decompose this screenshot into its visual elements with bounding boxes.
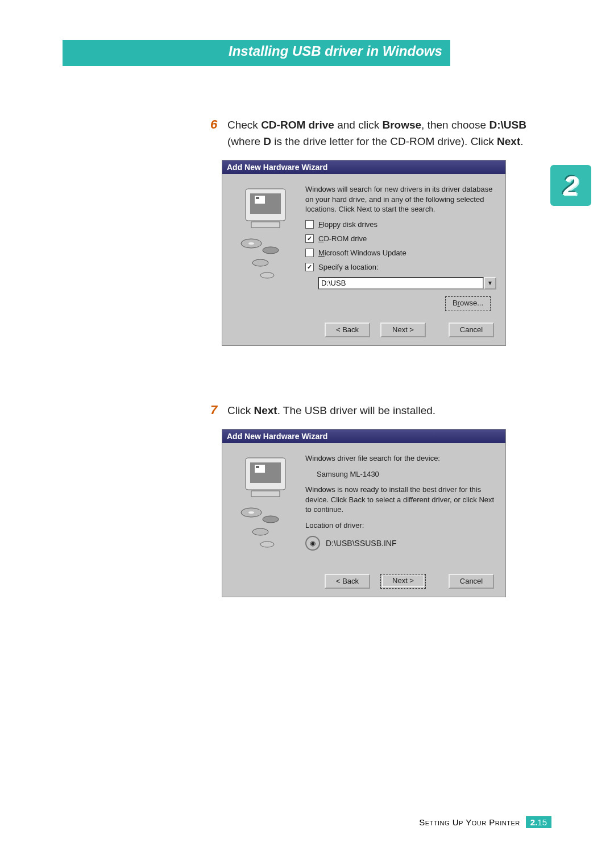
- next-button[interactable]: Next >: [380, 574, 426, 589]
- footer-page-number: 2.15: [526, 816, 551, 828]
- chapter-tab-number: 2: [563, 170, 579, 201]
- back-button[interactable]: < Back: [325, 323, 370, 337]
- cd-icon: ◉: [305, 536, 320, 551]
- checkbox-icon[interactable]: ✓: [305, 263, 314, 271]
- svg-point-18: [252, 528, 268, 535]
- wizard-art-icon: [231, 184, 305, 311]
- header-accent: [63, 40, 81, 66]
- svg-point-8: [252, 259, 268, 266]
- dialog-body: Windows will search for new drivers in i…: [222, 174, 505, 317]
- step-text: Check CD-ROM drive and click Browse, the…: [227, 117, 526, 150]
- browse-row: Browse...: [305, 296, 496, 311]
- step-6: 6 Check CD-ROM drive and click Browse, t…: [210, 117, 534, 150]
- floppy-checkbox-row[interactable]: Floppy disk drives: [305, 220, 496, 229]
- driver-location-row: ◉ D:\USB\SSUSB.INF: [305, 536, 496, 551]
- checkbox-label: Specify a location:: [318, 263, 379, 271]
- next-button[interactable]: Next >: [380, 323, 426, 337]
- location-label: Location of driver:: [305, 520, 496, 531]
- svg-point-16: [248, 511, 254, 514]
- add-hardware-wizard-dialog-1: Add New Hardware Wizard: [222, 160, 506, 346]
- svg-point-7: [263, 247, 279, 254]
- cancel-button[interactable]: Cancel: [449, 323, 494, 337]
- step-number: 6: [210, 117, 227, 150]
- computer-hardware-icon: [234, 453, 302, 550]
- svg-point-17: [263, 516, 279, 523]
- dialog-intro: Windows will search for new drivers in i…: [305, 184, 496, 214]
- dialog-content: Windows driver file search for the devic…: [305, 453, 496, 563]
- windows-update-checkbox-row[interactable]: Microsoft Windows Update: [305, 249, 496, 257]
- dropdown-arrow-icon[interactable]: ▼: [484, 277, 496, 290]
- add-hardware-wizard-dialog-2: Add New Hardware Wizard: [222, 429, 506, 597]
- section-header: Installing USB driver in Windows: [63, 40, 551, 66]
- content: 6 Check CD-ROM drive and click Browse, t…: [210, 117, 534, 597]
- browse-button[interactable]: Browse...: [445, 296, 491, 311]
- location-input-row: ▼: [318, 277, 496, 290]
- dialog-body: Windows driver file search for the devic…: [222, 443, 505, 568]
- computer-hardware-icon: [234, 184, 302, 281]
- wizard-art-icon: [231, 453, 305, 563]
- step-7: 7 Click Next. The USB driver will be ins…: [210, 403, 534, 419]
- dialog-footer: < Back Next > Cancel: [222, 317, 505, 345]
- page-title: Installing USB driver in Windows: [81, 40, 450, 66]
- cancel-button[interactable]: Cancel: [449, 574, 494, 589]
- chapter-tab: 2: [550, 165, 591, 206]
- checkbox-icon[interactable]: [305, 249, 314, 257]
- back-button[interactable]: < Back: [325, 574, 370, 589]
- step-number: 7: [210, 403, 227, 419]
- svg-rect-3: [256, 197, 259, 199]
- page: Installing USB driver in Windows 2 6 Che…: [0, 0, 614, 868]
- checkbox-icon[interactable]: [305, 220, 314, 229]
- checkbox-icon[interactable]: ✓: [305, 234, 314, 243]
- dialog-footer: < Back Next > Cancel: [222, 568, 505, 597]
- checkbox-label: Microsoft Windows Update: [318, 249, 406, 257]
- location-input[interactable]: [318, 277, 484, 290]
- svg-point-6: [248, 242, 254, 245]
- checkbox-label: CD-ROM drive: [318, 234, 367, 243]
- svg-rect-13: [256, 466, 259, 468]
- driver-location-value: D:\USB\SSUSB.INF: [326, 539, 396, 548]
- ready-text: Windows is now ready to install the best…: [305, 485, 496, 515]
- page-footer: Setting Up Your Printer 2.15: [419, 816, 551, 828]
- svg-rect-4: [251, 222, 280, 228]
- dialog-title: Add New Hardware Wizard: [222, 160, 505, 174]
- footer-chapter-name: Setting Up Your Printer: [419, 817, 520, 827]
- device-name: Samsung ML-1430: [305, 469, 496, 480]
- cdrom-checkbox-row[interactable]: ✓ CD-ROM drive: [305, 234, 496, 243]
- svg-rect-14: [251, 491, 280, 497]
- checkbox-label: Floppy disk drives: [318, 220, 377, 229]
- dialog-content: Windows will search for new drivers in i…: [305, 184, 496, 311]
- dialog-title: Add New Hardware Wizard: [222, 429, 505, 443]
- search-for-label: Windows driver file search for the devic…: [305, 453, 496, 464]
- specify-location-checkbox-row[interactable]: ✓ Specify a location:: [305, 263, 496, 271]
- svg-point-9: [260, 272, 274, 278]
- svg-point-19: [260, 542, 274, 547]
- step-text: Click Next. The USB driver will be insta…: [227, 403, 435, 419]
